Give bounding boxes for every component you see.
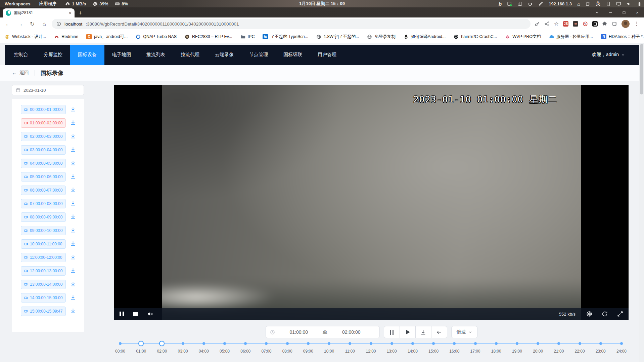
video-player[interactable]: 2023-01-10 01:00:00 星期二 552 kb/s bbox=[114, 85, 629, 320]
applications-menu[interactable]: 应用程序 bbox=[39, 1, 56, 7]
download-button[interactable] bbox=[70, 200, 76, 207]
forward-icon[interactable]: → bbox=[15, 19, 25, 29]
play-button[interactable] bbox=[400, 326, 416, 338]
download-button[interactable] bbox=[70, 294, 76, 301]
frame-ext-icon[interactable] bbox=[592, 21, 598, 27]
reload-icon[interactable]: ↻ bbox=[28, 19, 37, 29]
color-picker-icon[interactable] bbox=[538, 1, 543, 6]
bookmark-item[interactable]: 1.8W字|了不起的... bbox=[316, 34, 359, 40]
workspaces-button[interactable]: Workspaces bbox=[5, 1, 30, 6]
recording-segment-button[interactable]: 06:00:00-07:00:00 bbox=[21, 186, 66, 195]
restore-icon[interactable] bbox=[617, 7, 631, 17]
nav-item[interactable]: 用户管理 bbox=[310, 45, 344, 65]
download-button[interactable] bbox=[70, 133, 76, 140]
recording-segment-button[interactable]: 02:00:00-03:00:00 bbox=[21, 132, 66, 141]
time-range-input[interactable]: 01:00:00 至 02:00:00 bbox=[266, 326, 380, 338]
recording-segment-button[interactable]: 12:00:00-13:00:00 bbox=[21, 266, 66, 276]
bookmark-item[interactable]: 服务器 - 轻量应用... bbox=[549, 34, 593, 40]
timeline-hour-dot[interactable] bbox=[390, 342, 393, 345]
window-menu-chevron-icon[interactable] bbox=[590, 7, 604, 17]
timeline-hour-dot[interactable] bbox=[370, 342, 372, 345]
bookmark-item[interactable]: hairrrrr/C-CrashC... bbox=[454, 34, 497, 39]
download-button[interactable] bbox=[70, 308, 76, 315]
download-button[interactable] bbox=[70, 254, 76, 261]
timeline-handle[interactable] bbox=[159, 341, 165, 346]
info-icon[interactable] bbox=[56, 22, 61, 26]
end-time-value[interactable]: 02:00:00 bbox=[327, 329, 375, 335]
key-icon[interactable] bbox=[535, 21, 540, 27]
app-update-icon[interactable] bbox=[507, 1, 512, 6]
bookmark-item[interactable]: RFC2833 – RTP Ev... bbox=[185, 34, 232, 39]
recording-segment-button[interactable]: 04:00:00-05:00:00 bbox=[21, 159, 66, 168]
browser-tab[interactable]: 国标28181 × bbox=[3, 8, 75, 17]
timeline-hour-dot[interactable] bbox=[265, 342, 268, 345]
refresh-icon[interactable] bbox=[602, 311, 608, 317]
seek-back-button[interactable] bbox=[431, 326, 447, 338]
menu-dots-icon[interactable]: ⋮ bbox=[634, 21, 639, 27]
nav-item[interactable]: 推流列表 bbox=[139, 45, 173, 65]
timeline-hour-dot[interactable] bbox=[411, 342, 414, 345]
pause-icon[interactable] bbox=[120, 312, 124, 316]
timeline-hour-dot[interactable] bbox=[516, 342, 518, 345]
new-tab-icon[interactable]: + bbox=[79, 10, 82, 16]
speed-dropdown[interactable]: 倍速 bbox=[451, 326, 477, 338]
nav-item[interactable]: 电子地图 bbox=[104, 45, 139, 65]
home-icon[interactable]: ⌂ bbox=[577, 1, 580, 6]
clipboard-icon[interactable] bbox=[517, 1, 522, 6]
nav-item[interactable]: 国标级联 bbox=[276, 45, 310, 65]
nav-item[interactable]: 拉流代理 bbox=[173, 45, 207, 65]
nav-item[interactable]: 国标设备 bbox=[70, 45, 104, 65]
recording-segment-button[interactable]: 13:00:00-14:00:00 bbox=[21, 280, 66, 289]
download-button[interactable] bbox=[70, 268, 76, 274]
back-button[interactable]: ← 返回 bbox=[12, 70, 29, 76]
download-button[interactable] bbox=[70, 214, 76, 220]
timeline-hour-dot[interactable] bbox=[620, 342, 623, 345]
stop-icon[interactable] bbox=[133, 312, 138, 316]
timeline-hour-dot[interactable] bbox=[328, 342, 330, 345]
timeline-slider[interactable]: 00:0001:0002:0003:0004:0005:0006:0007:00… bbox=[120, 340, 622, 357]
timeline-hour-dot[interactable] bbox=[495, 342, 498, 345]
tab-close-icon[interactable]: × bbox=[69, 11, 72, 15]
download-button[interactable] bbox=[70, 227, 76, 234]
battery-icon[interactable] bbox=[637, 1, 642, 6]
bookmark-item[interactable]: NHDAtmos :: 种子 *... bbox=[601, 34, 644, 40]
home-icon[interactable]: ⌂ bbox=[40, 19, 49, 29]
input-method-indicator[interactable]: 英 bbox=[596, 1, 600, 7]
recording-segment-button[interactable]: 15:00:00-15:09:47 bbox=[21, 307, 66, 316]
back-icon[interactable]: ← bbox=[3, 19, 13, 29]
download-button[interactable] bbox=[70, 173, 76, 180]
recording-segment-button[interactable]: 07:00:00-08:00:00 bbox=[21, 199, 66, 208]
bookmark-item[interactable]: Cjava、android可... bbox=[86, 34, 128, 40]
close-window-icon[interactable]: × bbox=[631, 7, 644, 17]
download-button[interactable] bbox=[415, 326, 431, 338]
bookmark-item[interactable]: Webstack - 设计... bbox=[5, 34, 46, 40]
bookmark-item[interactable]: QNAP Turbo NAS bbox=[136, 34, 177, 39]
recording-segment-button[interactable]: 09:00:00-10:00:00 bbox=[21, 226, 66, 235]
caffeine-icon[interactable] bbox=[528, 1, 533, 6]
timeline-hour-dot[interactable] bbox=[202, 342, 205, 345]
overview-icon[interactable] bbox=[586, 1, 591, 6]
nav-item[interactable]: 云端录像 bbox=[207, 45, 241, 65]
download-button[interactable] bbox=[70, 241, 76, 247]
tablet-icon[interactable] bbox=[606, 1, 611, 6]
scrollbar-thumb[interactable] bbox=[640, 44, 643, 94]
timeline-hour-dot[interactable] bbox=[474, 342, 477, 345]
timeline-hour-dot[interactable] bbox=[537, 342, 539, 345]
timeline-hour-dot[interactable] bbox=[599, 342, 602, 345]
mute-icon[interactable] bbox=[147, 311, 153, 317]
recording-segment-button[interactable]: 14:00:00-15:00:00 bbox=[21, 293, 66, 303]
timeline-hour-dot[interactable] bbox=[453, 342, 456, 345]
nav-item[interactable]: 分屏监控 bbox=[36, 45, 70, 65]
nav-item[interactable]: 节点管理 bbox=[241, 45, 276, 65]
nav-item[interactable]: 控制台 bbox=[6, 45, 36, 65]
timeline-hour-dot[interactable] bbox=[432, 342, 435, 345]
timeline-hour-dot[interactable] bbox=[223, 342, 226, 345]
bookmark-item[interactable]: 如何编译Android... bbox=[404, 34, 446, 40]
shutter-icon[interactable] bbox=[586, 311, 592, 317]
recording-segment-button[interactable]: 03:00:00-04:00:00 bbox=[21, 145, 66, 155]
volume-icon[interactable] bbox=[627, 1, 632, 6]
crx-ext-icon[interactable] bbox=[573, 21, 578, 27]
bookmark-item[interactable]: WVP-PRO文档 bbox=[505, 34, 541, 40]
timeline-hour-dot[interactable] bbox=[579, 342, 581, 345]
display-icon[interactable] bbox=[616, 1, 621, 6]
